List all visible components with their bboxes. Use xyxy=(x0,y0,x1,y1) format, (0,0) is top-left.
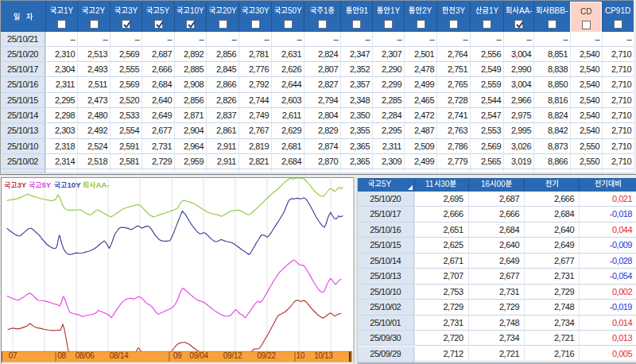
svg-text:30: 30 xyxy=(441,180,451,188)
svg-text:AA-: AA- xyxy=(96,180,110,189)
svg-text:08: 08 xyxy=(57,351,66,360)
svg-text:09/22: 09/22 xyxy=(257,351,276,360)
svg-text:3Y: 3Y xyxy=(128,6,138,14)
svg-text:2Y: 2Y xyxy=(422,6,432,14)
svg-text:5Y: 5Y xyxy=(160,6,170,14)
svg-text:AA-: AA- xyxy=(519,6,533,14)
svg-text:10Y: 10Y xyxy=(190,6,204,14)
svg-text:50Y: 50Y xyxy=(288,6,302,14)
svg-text:20Y: 20Y xyxy=(223,6,237,14)
svg-text:00: 00 xyxy=(496,180,506,188)
svg-text:1: 1 xyxy=(324,6,328,14)
svg-text:1Y: 1Y xyxy=(390,6,401,14)
svg-text:16: 16 xyxy=(481,180,491,188)
svg-text:30Y: 30Y xyxy=(255,6,270,14)
svg-text:1Y: 1Y xyxy=(489,6,499,14)
svg-text:3Y: 3Y xyxy=(17,180,26,189)
svg-text:11: 11 xyxy=(425,180,434,188)
svg-text:07: 07 xyxy=(9,351,17,360)
svg-text:08/06: 08/06 xyxy=(76,351,95,360)
svg-text:CP91D: CP91D xyxy=(605,6,630,14)
svg-text:3Y: 3Y xyxy=(456,6,466,14)
svg-text:BBB-: BBB- xyxy=(549,6,568,14)
svg-text:10Y: 10Y xyxy=(67,180,81,189)
svg-text:91: 91 xyxy=(359,6,368,14)
svg-text:08/14: 08/14 xyxy=(110,351,129,360)
svg-text:1Y: 1Y xyxy=(64,6,74,14)
svg-text:09/04: 09/04 xyxy=(189,351,208,360)
svg-text:09: 09 xyxy=(173,351,182,360)
svg-text:10: 10 xyxy=(297,351,305,360)
svg-text:10/13: 10/13 xyxy=(314,351,333,360)
svg-text:5Y: 5Y xyxy=(42,180,52,189)
svg-text:5Y: 5Y xyxy=(382,180,392,188)
svg-text:2Y: 2Y xyxy=(95,6,106,14)
svg-text:09/12: 09/12 xyxy=(223,351,242,360)
svg-text:CD: CD xyxy=(580,6,591,15)
